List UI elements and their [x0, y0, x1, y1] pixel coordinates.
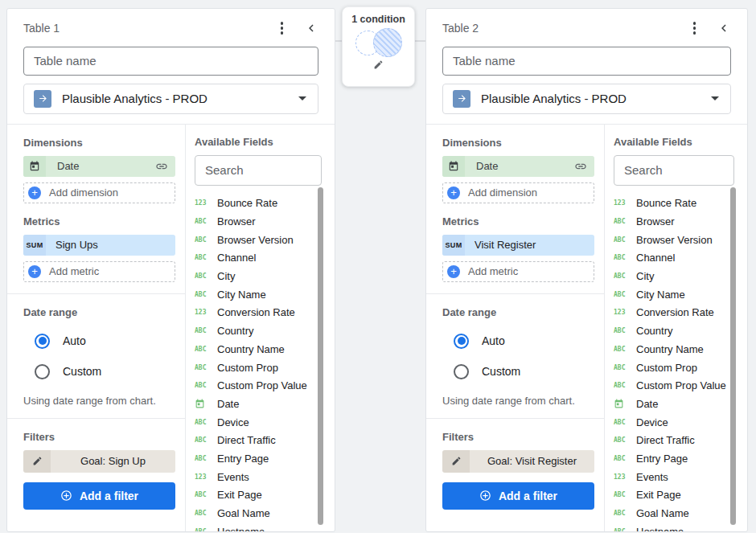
add-filter-button[interactable]: Add a filter	[442, 482, 594, 510]
metric-chip-label: Visit Register	[465, 239, 536, 251]
field-row[interactable]: ABC Exit Page	[614, 486, 734, 505]
field-row[interactable]: Date	[195, 395, 322, 413]
field-row[interactable]: ABC Hostname	[195, 522, 322, 532]
field-row[interactable]: ABC Browser	[195, 212, 322, 231]
dimensions-label: Dimensions	[442, 137, 594, 149]
add-filter-label: Add a filter	[80, 490, 138, 502]
field-row[interactable]: ABC Country Name	[614, 340, 734, 359]
edit-icon	[442, 450, 470, 473]
panel-title: Table 1	[23, 22, 279, 35]
field-search-input[interactable]	[195, 155, 322, 186]
field-row[interactable]: ABC Country Name	[195, 340, 322, 359]
field-row[interactable]: ABC Country	[614, 322, 734, 340]
field-row[interactable]: ABC Custom Prop Value	[195, 376, 322, 395]
field-row[interactable]: ABC Exit Page	[195, 486, 322, 505]
panel-header: Table 1	[7, 9, 335, 36]
field-row[interactable]: ABC Device	[195, 413, 322, 432]
number-type-icon: 123	[195, 473, 214, 481]
field-row[interactable]: ABC City	[614, 267, 734, 285]
filter-chip[interactable]: Goal: Visit Register	[442, 450, 594, 473]
metric-chip[interactable]: SUM Sign Ups	[23, 235, 175, 256]
table-config-column: Dimensions Date + Add dimension Metrics	[426, 125, 605, 533]
text-type-icon: ABC	[614, 218, 633, 225]
date-range-label: Date range	[442, 306, 594, 318]
field-row[interactable]: ABC Device	[614, 413, 734, 432]
divider	[7, 418, 185, 419]
join-configuration-card[interactable]: 1 condition	[342, 6, 415, 87]
field-row[interactable]: ABC City Name	[614, 285, 734, 304]
field-row[interactable]: ABC Hostname	[614, 522, 734, 532]
data-source-selector[interactable]: Plausible Analytics - PROD	[442, 84, 731, 114]
text-type-icon: ABC	[614, 327, 633, 334]
add-dimension-button[interactable]: + Add dimension	[442, 182, 594, 203]
field-row[interactable]: ABC Custom Prop Value	[614, 376, 734, 395]
edit-icon	[23, 450, 51, 473]
field-row[interactable]: 123 Conversion Rate	[614, 304, 734, 322]
field-row[interactable]: ABC Goal Name	[614, 504, 734, 522]
dimensions-label: Dimensions	[23, 137, 175, 149]
field-row[interactable]: ABC Direct Traffic	[195, 431, 322, 449]
dimension-chip-date[interactable]: Date	[442, 156, 594, 177]
radio-auto-label: Auto	[482, 334, 505, 347]
data-source-name: Plausible Analytics - PROD	[481, 92, 701, 105]
collapse-panel-icon[interactable]	[717, 21, 731, 35]
dimension-chip-label: Date	[46, 160, 155, 172]
field-row[interactable]: ABC Custom Prop	[614, 359, 734, 377]
field-row[interactable]: ABC Channel	[614, 249, 734, 268]
add-filter-button[interactable]: Add a filter	[23, 482, 175, 510]
field-row[interactable]: ABC Custom Prop	[195, 359, 322, 377]
radio-auto[interactable]: Auto	[35, 334, 175, 349]
field-row[interactable]: ABC Entry Page	[614, 449, 734, 468]
collapse-panel-icon[interactable]	[304, 21, 318, 35]
plus-icon: +	[447, 186, 460, 199]
field-row[interactable]: Date	[614, 395, 734, 413]
divider	[426, 293, 604, 294]
panel-title: Table 2	[442, 22, 692, 35]
field-row[interactable]: 123 Events	[614, 468, 734, 486]
table-1-panel: Table 1 Plausible Analytics - PROD Dimen…	[6, 8, 335, 532]
field-search-input[interactable]	[614, 155, 734, 186]
text-type-icon: ABC	[195, 436, 214, 444]
table-name-input[interactable]	[442, 47, 731, 76]
fields-scrollbar[interactable]	[318, 187, 323, 525]
text-type-icon: ABC	[195, 510, 214, 517]
add-dimension-button[interactable]: + Add dimension	[23, 182, 175, 203]
available-fields-list: 123 Bounce Rate ABC Browser ABC Browser …	[614, 195, 734, 533]
add-metric-button[interactable]: + Add metric	[23, 261, 175, 282]
field-row[interactable]: ABC Channel	[195, 249, 322, 268]
field-row[interactable]: 123 Bounce Rate	[195, 195, 322, 213]
field-row[interactable]: ABC Country	[195, 322, 322, 340]
filter-chip-label: Goal: Sign Up	[51, 450, 175, 473]
sum-icon: SUM	[442, 235, 465, 256]
circled-plus-icon	[479, 490, 491, 502]
field-row[interactable]: ABC Direct Traffic	[614, 431, 734, 449]
add-metric-label: Add metric	[468, 265, 518, 277]
radio-custom[interactable]: Custom	[35, 364, 175, 379]
fields-scrollbar[interactable]	[730, 187, 736, 525]
table-name-input[interactable]	[23, 47, 318, 76]
field-row[interactable]: ABC Browser	[614, 212, 734, 231]
radio-custom[interactable]: Custom	[454, 364, 594, 379]
field-row[interactable]: ABC City	[195, 267, 322, 285]
radio-auto[interactable]: Auto	[454, 334, 594, 349]
field-row[interactable]: ABC Goal Name	[195, 504, 322, 522]
more-options-icon[interactable]	[692, 20, 698, 36]
dimension-chip-date[interactable]: Date	[23, 156, 175, 177]
add-metric-button[interactable]: + Add metric	[442, 261, 594, 282]
field-row[interactable]: ABC Browser Version	[614, 231, 734, 249]
data-source-selector[interactable]: Plausible Analytics - PROD	[23, 84, 318, 114]
text-type-icon: ABC	[614, 528, 633, 532]
number-type-icon: 123	[614, 199, 633, 207]
field-row[interactable]: ABC City Name	[195, 285, 322, 304]
field-row[interactable]: 123 Events	[195, 468, 322, 486]
field-row[interactable]: ABC Entry Page	[195, 449, 322, 468]
field-row[interactable]: 123 Conversion Rate	[195, 304, 322, 322]
text-type-icon: ABC	[195, 236, 214, 244]
field-row[interactable]: 123 Bounce Rate	[614, 195, 734, 213]
filter-chip[interactable]: Goal: Sign Up	[23, 450, 175, 473]
field-row[interactable]: ABC Browser Version	[195, 231, 322, 249]
metric-chip[interactable]: SUM Visit Register	[442, 235, 594, 256]
date-range-label: Date range	[23, 306, 175, 318]
calendar-icon	[442, 156, 465, 177]
more-options-icon[interactable]	[279, 20, 286, 36]
